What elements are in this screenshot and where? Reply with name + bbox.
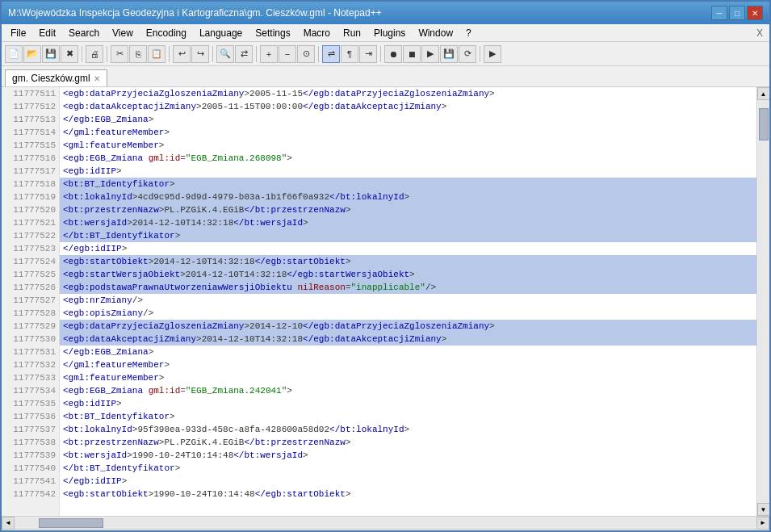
- close-file-button[interactable]: ✖: [61, 45, 78, 63]
- code-line[interactable]: <gml:featureMember>: [60, 139, 756, 152]
- vertical-scrollbar[interactable]: ▲ ▼: [756, 87, 769, 516]
- scroll-right-button[interactable]: ►: [756, 517, 769, 530]
- code-line[interactable]: <bt:przestrzenNazw>PL.PZGiK.4.EGiB</bt:p…: [60, 436, 756, 449]
- line-number: 11777529: [2, 320, 59, 333]
- code-line[interactable]: <egb:dataPrzyjeciaZgloszeniaZmiany>2014-…: [60, 320, 756, 333]
- code-line[interactable]: <bt:wersjaId>1990-10-24T10:14:48</bt:wer…: [60, 449, 756, 462]
- toolbar-sep-1: [82, 46, 82, 62]
- paste-button[interactable]: 📋: [148, 45, 166, 63]
- code-line[interactable]: <egb:dataAkceptacjiZmiany>2005-11-15T00:…: [60, 100, 756, 113]
- code-line[interactable]: <egb:dataAkceptacjiZmiany>2014-12-10T14:…: [60, 333, 756, 346]
- scroll-track[interactable]: [758, 100, 769, 503]
- code-line[interactable]: <bt:wersjaId>2014-12-10T14:32:18</bt:wer…: [60, 216, 756, 229]
- code-line[interactable]: <egb:startWersjaObiekt>2014-12-10T14:32:…: [60, 268, 756, 281]
- menu-search[interactable]: Search: [63, 25, 105, 41]
- code-line[interactable]: </egb:EGB_Zmiana>: [60, 346, 756, 358]
- new-button[interactable]: 📄: [5, 45, 23, 63]
- menu-settings[interactable]: Settings: [249, 25, 295, 41]
- code-line[interactable]: </gml:featureMember>: [60, 126, 756, 139]
- line-number: 11777533: [2, 371, 59, 384]
- code-line[interactable]: </bt:BT_Identyfikator>: [60, 229, 756, 242]
- copy-button[interactable]: ⎘: [129, 45, 147, 63]
- code-line[interactable]: <egb:startObiekt>2014-12-10T14:32:18</eg…: [60, 255, 756, 268]
- close-x[interactable]: X: [756, 27, 766, 39]
- tab-close-button[interactable]: ✕: [94, 74, 100, 83]
- toolbar-sep-5: [256, 46, 257, 62]
- zoom-out-button[interactable]: −: [279, 45, 296, 63]
- undo-button[interactable]: ↩: [173, 45, 191, 63]
- horizontal-scrollbar-area: ◄ ►: [2, 516, 769, 529]
- line-number: 11777524: [2, 255, 59, 268]
- code-line[interactable]: <egb:dataPrzyjeciaZgloszeniaZmiany>2005-…: [60, 87, 756, 100]
- run-macro-button[interactable]: ⟳: [459, 45, 476, 63]
- redo-button[interactable]: ↪: [191, 45, 209, 63]
- menu-window[interactable]: Window: [413, 25, 459, 41]
- wrap-button[interactable]: ⇌: [322, 45, 340, 63]
- menu-language[interactable]: Language: [194, 25, 248, 41]
- code-line[interactable]: <egb:EGB_Zmiana gml:id="EGB_Zmiana.24204…: [60, 384, 756, 397]
- maximize-button[interactable]: □: [729, 6, 745, 20]
- code-line[interactable]: <bt:lokalnyId>95f398ea-933d-458c-a8fa-42…: [60, 423, 756, 436]
- code-line[interactable]: <egb:podstawaPrawnaUtworzeniawWersjiObie…: [60, 281, 756, 294]
- menu-bar: File Edit Search View Encoding Language …: [2, 24, 769, 42]
- find-replace-button[interactable]: ⇄: [235, 45, 253, 63]
- close-button[interactable]: ✕: [747, 6, 763, 20]
- title-bar-text: M:\Wojewódzka Inspekcja Geodezyjna i Kar…: [8, 7, 382, 19]
- h-scroll-thumb[interactable]: [39, 518, 103, 528]
- line-number: 11777541: [2, 475, 59, 488]
- code-line[interactable]: <gml:featureMember>: [60, 371, 756, 384]
- zoom-in-button[interactable]: +: [260, 45, 278, 63]
- scroll-left-button[interactable]: ◄: [2, 517, 15, 530]
- h-scroll-track[interactable]: [15, 517, 756, 529]
- code-line[interactable]: <bt:przestrzenNazw>PL.PZGiK.4.EGiB</bt:p…: [60, 203, 756, 216]
- code-line[interactable]: <bt:BT_Identyfikator>: [60, 178, 756, 191]
- menu-edit[interactable]: Edit: [33, 25, 61, 41]
- code-line[interactable]: </egb:idIIP>: [60, 475, 756, 488]
- line-number: 11777512: [2, 100, 59, 113]
- code-line[interactable]: <egb:opisZmiany/>: [60, 307, 756, 320]
- code-line[interactable]: </egb:EGB_Zmiana>: [60, 113, 756, 126]
- open-button[interactable]: 📂: [23, 45, 41, 63]
- line-number: 11777522: [2, 229, 59, 242]
- line-number: 11777521: [2, 216, 59, 229]
- code-line[interactable]: <egb:startObiekt>1990-10-24T10:14:48</eg…: [60, 488, 756, 501]
- title-bar-controls: ─ □ ✕: [711, 6, 763, 20]
- tab-file[interactable]: gm. Cieszków.gml ✕: [5, 69, 107, 86]
- code-line[interactable]: </egb:idIIP>: [60, 242, 756, 255]
- minimize-button[interactable]: ─: [711, 6, 727, 20]
- line-number: 11777538: [2, 436, 59, 449]
- print-button[interactable]: 🖨: [86, 45, 103, 63]
- line-number: 11777540: [2, 462, 59, 475]
- menu-plugins[interactable]: Plugins: [368, 25, 411, 41]
- scroll-up-button[interactable]: ▲: [757, 87, 770, 100]
- menu-help[interactable]: ?: [460, 25, 477, 41]
- menu-encoding[interactable]: Encoding: [140, 25, 192, 41]
- code-line[interactable]: </bt:BT_Identyfikator>: [60, 462, 756, 475]
- code-line[interactable]: <bt:lokalnyId>4cd9c95d-9d9d-4979-b03a-1b…: [60, 191, 756, 203]
- menu-macro[interactable]: Macro: [298, 25, 336, 41]
- horizontal-scrollbar[interactable]: ◄ ►: [2, 517, 769, 529]
- menu-file[interactable]: File: [5, 25, 31, 41]
- indent-button[interactable]: ⇥: [359, 45, 377, 63]
- zoom-restore-button[interactable]: ⊙: [297, 45, 315, 63]
- macro-play-button[interactable]: ▶: [421, 45, 439, 63]
- macro-save-button[interactable]: 💾: [440, 45, 458, 63]
- macro-stop-button[interactable]: ⏹: [403, 45, 421, 63]
- code-line[interactable]: <egb:nrZmiany/>: [60, 294, 756, 307]
- code-line[interactable]: </gml:featureMember>: [60, 358, 756, 371]
- code-lines[interactable]: <egb:dataPrzyjeciaZgloszeniaZmiany>2005-…: [60, 87, 756, 516]
- scroll-thumb[interactable]: [759, 108, 769, 140]
- find-button[interactable]: 🔍: [216, 45, 234, 63]
- code-line[interactable]: <egb:EGB_Zmiana gml:id="EGB_Zmiana.26809…: [60, 152, 756, 165]
- menu-view[interactable]: View: [107, 25, 139, 41]
- code-line[interactable]: <bt:BT_Identyfikator>: [60, 410, 756, 423]
- menu-run[interactable]: Run: [337, 25, 367, 41]
- run-button[interactable]: ▶: [484, 45, 501, 63]
- all-chars-button[interactable]: ¶: [341, 45, 358, 63]
- scroll-down-button[interactable]: ▼: [757, 503, 770, 516]
- cut-button[interactable]: ✂: [111, 45, 128, 63]
- save-button[interactable]: 💾: [42, 45, 60, 63]
- macro-record-button[interactable]: ⏺: [384, 45, 402, 63]
- code-line[interactable]: <egb:idIIP>: [60, 165, 756, 178]
- code-line[interactable]: <egb:idIIP>: [60, 397, 756, 410]
